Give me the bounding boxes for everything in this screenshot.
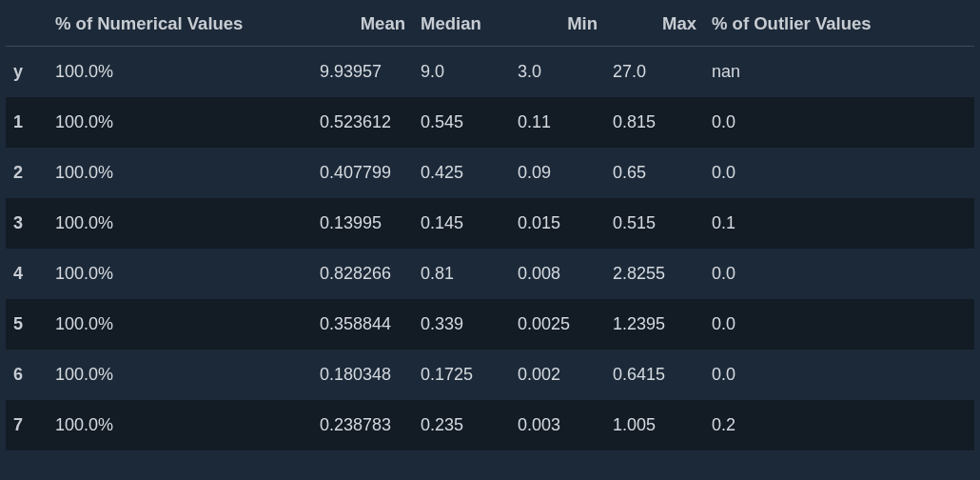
cell-pct-numerical: 100.0% (48, 350, 312, 400)
cell-pct-outlier: nan (704, 47, 974, 98)
row-label: 4 (6, 249, 48, 299)
table-row: 3100.0%0.139950.1450.0150.5150.1 (6, 198, 974, 249)
cell-min: 0.015 (510, 198, 605, 249)
table-row: 7100.0%0.2387830.2350.0031.0050.2 (6, 400, 974, 450)
row-label: 3 (6, 198, 48, 249)
row-label: 2 (6, 148, 48, 198)
row-label: 6 (6, 350, 48, 400)
cell-pct-outlier: 0.0 (704, 299, 974, 350)
cell-max: 0.6415 (605, 350, 704, 400)
cell-pct-outlier: 0.0 (704, 350, 974, 400)
cell-max: 0.65 (605, 148, 704, 198)
col-header-pct-outlier: % of Outlier Values (704, 0, 974, 47)
cell-pct-outlier: 0.0 (704, 249, 974, 299)
cell-min: 0.11 (510, 97, 605, 148)
cell-max: 27.0 (605, 47, 704, 98)
col-header-median: Median (413, 0, 510, 47)
row-label: 7 (6, 400, 48, 450)
cell-min: 0.09 (510, 148, 605, 198)
table-row: 1100.0%0.5236120.5450.110.8150.0 (6, 97, 974, 148)
cell-median: 0.235 (413, 400, 510, 450)
table-row: 5100.0%0.3588440.3390.00251.23950.0 (6, 299, 974, 350)
cell-pct-outlier: 0.0 (704, 148, 974, 198)
cell-min: 0.003 (510, 400, 605, 450)
cell-pct-numerical: 100.0% (48, 47, 312, 98)
cell-pct-numerical: 100.0% (48, 198, 312, 249)
stats-table-container: % of Numerical Values Mean Median Min Ma… (0, 0, 980, 462)
cell-max: 1.2395 (605, 299, 704, 350)
cell-median: 9.0 (413, 47, 510, 98)
cell-pct-numerical: 100.0% (48, 249, 312, 299)
cell-min: 3.0 (510, 47, 605, 98)
table-row: 6100.0%0.1803480.17250.0020.64150.0 (6, 350, 974, 400)
cell-pct-numerical: 100.0% (48, 97, 312, 148)
cell-pct-outlier: 0.1 (704, 198, 974, 249)
col-header-max: Max (605, 0, 704, 47)
table-row: 4100.0%0.8282660.810.0082.82550.0 (6, 249, 974, 299)
table-header: % of Numerical Values Mean Median Min Ma… (6, 0, 974, 47)
row-label: 5 (6, 299, 48, 350)
table-row: y100.0%9.939579.03.027.0nan (6, 47, 974, 98)
cell-mean: 0.523612 (312, 97, 413, 148)
cell-pct-outlier: 0.2 (704, 400, 974, 450)
cell-min: 0.0025 (510, 299, 605, 350)
stats-table: % of Numerical Values Mean Median Min Ma… (6, 0, 974, 450)
cell-mean: 0.238783 (312, 400, 413, 450)
cell-mean: 0.13995 (312, 198, 413, 249)
cell-mean: 0.407799 (312, 148, 413, 198)
col-header-min: Min (510, 0, 605, 47)
cell-pct-numerical: 100.0% (48, 299, 312, 350)
cell-max: 0.815 (605, 97, 704, 148)
cell-median: 0.145 (413, 198, 510, 249)
cell-pct-outlier: 0.0 (704, 97, 974, 148)
row-label: 1 (6, 97, 48, 148)
cell-min: 0.002 (510, 350, 605, 400)
cell-max: 0.515 (605, 198, 704, 249)
cell-median: 0.81 (413, 249, 510, 299)
cell-max: 1.005 (605, 400, 704, 450)
cell-median: 0.1725 (413, 350, 510, 400)
col-header-mean: Mean (312, 0, 413, 47)
cell-mean: 9.93957 (312, 47, 413, 98)
cell-mean: 0.358844 (312, 299, 413, 350)
cell-median: 0.339 (413, 299, 510, 350)
row-label: y (6, 47, 48, 98)
cell-pct-numerical: 100.0% (48, 148, 312, 198)
col-header-index (6, 0, 48, 47)
cell-max: 2.8255 (605, 249, 704, 299)
cell-median: 0.425 (413, 148, 510, 198)
table-row: 2100.0%0.4077990.4250.090.650.0 (6, 148, 974, 198)
cell-median: 0.545 (413, 97, 510, 148)
cell-pct-numerical: 100.0% (48, 400, 312, 450)
cell-mean: 0.828266 (312, 249, 413, 299)
cell-mean: 0.180348 (312, 350, 413, 400)
table-body: y100.0%9.939579.03.027.0nan1100.0%0.5236… (6, 47, 974, 451)
col-header-pct-numerical: % of Numerical Values (48, 0, 312, 47)
cell-min: 0.008 (510, 249, 605, 299)
